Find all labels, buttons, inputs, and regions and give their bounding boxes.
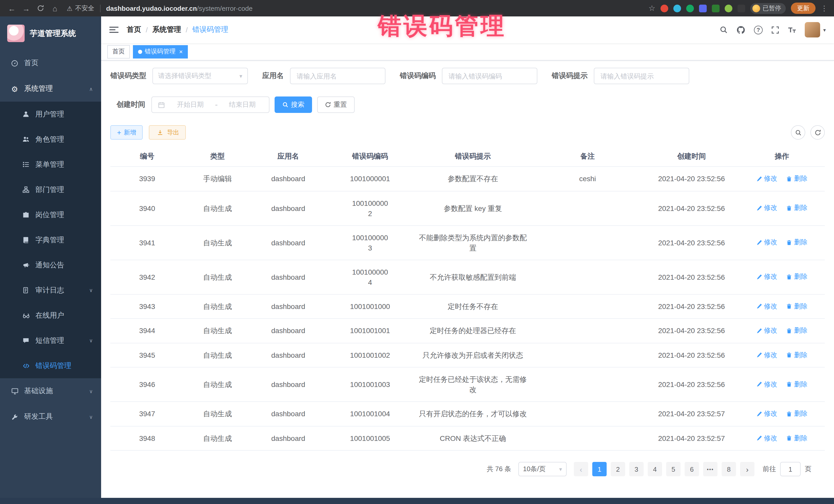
delete-link[interactable]: 删除 [787, 433, 808, 443]
puzzle-extension-icon[interactable] [738, 4, 745, 12]
page-size-select[interactable]: 10条/页 ▾ [518, 462, 567, 476]
extension-icon[interactable] [673, 4, 681, 12]
sidebar-item-post-mgmt[interactable]: 岗位管理 [0, 202, 101, 227]
refresh-table-button[interactable] [810, 125, 825, 139]
delete-link[interactable]: 删除 [787, 409, 808, 419]
cell-msg: 不能删除类型为系统内置的参数配置 [415, 225, 531, 260]
address-bar[interactable]: dashboard.yudao.iocoder.cn/system/error-… [106, 4, 648, 12]
browser-forward-icon[interactable]: → [20, 2, 33, 14]
edit-link[interactable]: 修改 [756, 174, 777, 184]
edit-link[interactable]: 修改 [756, 272, 777, 282]
error-msg-input[interactable] [594, 68, 689, 84]
pager-page-6[interactable]: 6 [685, 462, 699, 476]
bookmark-star-icon[interactable]: ☆ [649, 4, 655, 13]
breadcrumb-separator: / [146, 26, 148, 34]
cell-app: dashboard [251, 319, 325, 343]
breadcrumb-system[interactable]: 系统管理 [152, 25, 181, 35]
app-name-input[interactable] [290, 68, 386, 84]
search-button[interactable]: 搜索 [275, 96, 312, 113]
edit-link[interactable]: 修改 [756, 379, 777, 390]
tab-home[interactable]: 首页 [107, 45, 130, 58]
cell-msg: 定时任务的处理器已经存在 [415, 319, 531, 343]
date-range-picker[interactable]: 开始日期 - 结束日期 [151, 96, 269, 113]
browser-menu-icon[interactable]: ⋮ [821, 4, 828, 12]
sidebar-item-dict-mgmt[interactable]: 字典管理 [0, 227, 101, 253]
cell-id: 3940 [110, 191, 184, 225]
chevron-down-icon: ∨ [89, 287, 93, 293]
pager-page-2[interactable]: 2 [611, 462, 625, 476]
delete-link[interactable]: 删除 [787, 174, 808, 184]
tab-error-code[interactable]: 错误码管理 × [133, 45, 188, 58]
browser-home-icon[interactable]: ⌂ [48, 2, 62, 14]
browser-update-button[interactable]: 更新 [791, 3, 815, 14]
table-body: 3939 手动编辑 dashboard 1001000001 参数配置不存在 c… [110, 167, 825, 451]
delete-link[interactable]: 删除 [787, 350, 808, 360]
goto-page-input[interactable] [780, 462, 800, 476]
extension-icon[interactable] [660, 4, 668, 12]
breadcrumb-home[interactable]: 首页 [127, 25, 141, 35]
delete-link[interactable]: 删除 [787, 272, 808, 282]
edit-link[interactable]: 修改 [756, 409, 777, 419]
browser-reload-icon[interactable] [34, 2, 47, 14]
cell-actions: 修改 删除 [739, 367, 825, 401]
reset-button[interactable]: 重置 [317, 96, 355, 113]
export-button[interactable]: 导出 [149, 125, 186, 139]
sidebar-item-sms-mgmt[interactable]: 短信管理 ∨ [0, 328, 101, 353]
error-type-select[interactable]: 请选择错误码类型 ▾ [152, 68, 248, 84]
sidebar-item-audit-log[interactable]: 审计日志 ∨ [0, 278, 101, 303]
search-icon[interactable] [720, 26, 728, 34]
delete-link[interactable]: 删除 [787, 203, 808, 213]
edit-link[interactable]: 修改 [756, 433, 777, 443]
delete-link[interactable]: 删除 [787, 379, 808, 390]
help-icon[interactable]: ? [754, 25, 763, 34]
browser-back-icon[interactable]: ← [5, 2, 19, 14]
sidebar-item-dept-mgmt[interactable]: 部门管理 [0, 177, 101, 202]
edit-link[interactable]: 修改 [756, 237, 777, 248]
sidebar-item-online-users[interactable]: 在线用户 [0, 303, 101, 328]
edit-link[interactable]: 修改 [756, 203, 777, 213]
sidebar-item-user-mgmt[interactable]: 用户管理 [0, 102, 101, 127]
edit-link[interactable]: 修改 [756, 350, 777, 360]
pager-page-5[interactable]: 5 [666, 462, 681, 476]
edit-link[interactable]: 修改 [756, 325, 777, 336]
error-code-table: 编号 类型 应用名 错误码编码 错误码提示 备注 创建时间 操作 3939 手动… [110, 147, 825, 451]
cell-actions: 修改 删除 [739, 191, 825, 225]
filter-label-time: 创建时间 [110, 100, 151, 109]
delete-link[interactable]: 删除 [787, 325, 808, 336]
toggle-search-button[interactable] [791, 125, 805, 139]
error-code-input[interactable] [442, 68, 537, 84]
extension-icon[interactable] [686, 4, 694, 12]
pager-page-8[interactable]: 8 [722, 462, 736, 476]
font-size-icon[interactable] [788, 26, 796, 34]
extension-icon[interactable] [712, 4, 720, 12]
breadcrumb-separator: / [186, 26, 188, 34]
extension-icon[interactable] [725, 4, 732, 12]
delete-link[interactable]: 删除 [787, 237, 808, 248]
site-security-badge[interactable]: ⚠ 不安全 [67, 4, 94, 13]
user-menu[interactable]: ▾ [805, 22, 826, 38]
delete-link[interactable]: 删除 [787, 301, 808, 311]
pager-next[interactable]: › [740, 462, 754, 476]
edit-link[interactable]: 修改 [756, 301, 777, 311]
sidebar-item-infra[interactable]: 基础设施 ∨ [0, 378, 101, 404]
pager-page-4[interactable]: 4 [648, 462, 662, 476]
paused-badge[interactable]: 已暂停 [750, 3, 786, 14]
chevron-down-icon: ∨ [89, 414, 93, 420]
pager-page-1[interactable]: 1 [592, 462, 607, 476]
add-button[interactable]: + 新增 [110, 125, 143, 139]
sidebar-item-notice[interactable]: 通知公告 [0, 253, 101, 278]
github-icon[interactable] [737, 25, 745, 34]
pager-page-3[interactable]: 3 [629, 462, 643, 476]
sidebar-item-role-mgmt[interactable]: 角色管理 [0, 127, 101, 152]
tab-close-icon[interactable]: × [179, 48, 183, 54]
sidebar-toggle-icon[interactable] [109, 26, 118, 34]
sidebar-item-menu-mgmt[interactable]: 菜单管理 [0, 152, 101, 177]
pager-prev[interactable]: ‹ [574, 462, 588, 476]
sidebar-item-error-code-mgmt[interactable]: 错误码管理 [0, 353, 101, 378]
sidebar-item-devtools[interactable]: 研发工具 ∨ [0, 404, 101, 430]
pager-more[interactable]: ••• [703, 462, 718, 476]
sidebar-item-system-mgmt[interactable]: ⚙ 系统管理 ∧ [0, 76, 101, 102]
fullscreen-icon[interactable] [771, 26, 779, 34]
sidebar-item-home[interactable]: 首页 [0, 50, 101, 76]
extension-icon[interactable] [699, 4, 707, 12]
